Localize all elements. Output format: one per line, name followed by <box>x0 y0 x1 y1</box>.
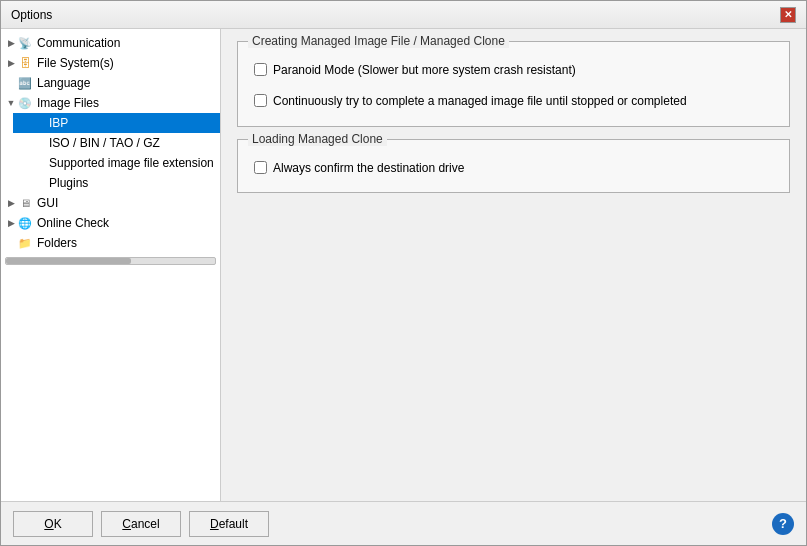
lang-icon: 🔤 <box>17 75 33 91</box>
sidebar-item-folders[interactable]: 📁 Folders <box>1 233 220 253</box>
ok-label-rest: K <box>54 517 62 531</box>
ok-button[interactable]: OK <box>13 511 93 537</box>
default-button[interactable]: Default <box>189 511 269 537</box>
arrow-imagefiles <box>5 98 17 108</box>
main-content: 📡 Communication 🗄 File System(s) 🔤 Langu… <box>1 29 806 501</box>
section2-title: Loading Managed Clone <box>248 132 387 146</box>
section1-content: Paranoid Mode (Slower but more system cr… <box>254 62 773 110</box>
cancel-underline: C <box>122 517 131 531</box>
sidebar-label-language: Language <box>37 76 90 90</box>
ibp-icon <box>29 115 45 131</box>
section-creating-managed: Creating Managed Image File / Managed Cl… <box>237 41 790 127</box>
sidebar-item-supported[interactable]: Supported image file extension <box>13 153 220 173</box>
footer: OK Cancel Default ? <box>1 501 806 545</box>
gui-icon: 🖥 <box>17 195 33 211</box>
sidebar-label-supported: Supported image file extension <box>49 156 214 170</box>
sidebar-item-plugins[interactable]: Plugins <box>13 173 220 193</box>
sidebar-label-onlinecheck: Online Check <box>37 216 109 230</box>
comm-icon: 📡 <box>17 35 33 51</box>
ok-underline: O <box>44 517 53 531</box>
folder-icon: 📁 <box>17 235 33 251</box>
sidebar-label-communication: Communication <box>37 36 120 50</box>
sidebar-label-gui: GUI <box>37 196 58 210</box>
sidebar-scrollbar-h[interactable] <box>5 257 216 265</box>
paranoid-checkbox[interactable] <box>254 63 267 76</box>
title-bar: Options ✕ <box>1 1 806 29</box>
window-title: Options <box>11 8 52 22</box>
continuous-label: Continuously try to complete a managed i… <box>273 93 687 110</box>
sidebar-item-filesystem[interactable]: 🗄 File System(s) <box>1 53 220 73</box>
options-window: Options ✕ 📡 Communication 🗄 File System(… <box>0 0 807 546</box>
sidebar-label-folders: Folders <box>37 236 77 250</box>
paranoid-label: Paranoid Mode (Slower but more system cr… <box>273 62 576 79</box>
arrow-communication <box>5 38 17 48</box>
sidebar-item-ibp[interactable]: IBP <box>13 113 220 133</box>
sidebar: 📡 Communication 🗄 File System(s) 🔤 Langu… <box>1 29 221 501</box>
sidebar-label-plugins: Plugins <box>49 176 88 190</box>
online-icon: 🌐 <box>17 215 33 231</box>
continuous-row: Continuously try to complete a managed i… <box>254 93 773 110</box>
cancel-button[interactable]: Cancel <box>101 511 181 537</box>
sidebar-item-gui[interactable]: 🖥 GUI <box>1 193 220 213</box>
paranoid-row: Paranoid Mode (Slower but more system cr… <box>254 62 773 79</box>
confirm-label: Always confirm the destination drive <box>273 160 464 177</box>
default-underline: D <box>210 517 219 531</box>
sidebar-label-iso: ISO / BIN / TAO / GZ <box>49 136 160 150</box>
arrow-gui <box>5 198 17 208</box>
sidebar-scrollbar-thumb <box>6 258 131 264</box>
arrow-filesystem <box>5 58 17 68</box>
iso-icon <box>29 135 45 151</box>
sidebar-item-language[interactable]: 🔤 Language <box>1 73 220 93</box>
plugins-icon <box>29 175 45 191</box>
help-button[interactable]: ? <box>772 513 794 535</box>
cancel-label-rest: ancel <box>131 517 160 531</box>
supported-icon <box>29 155 45 171</box>
sidebar-item-communication[interactable]: 📡 Communication <box>1 33 220 53</box>
sidebar-label-filesystem: File System(s) <box>37 56 114 70</box>
section-loading-managed: Loading Managed Clone Always confirm the… <box>237 139 790 194</box>
arrow-onlinecheck <box>5 218 17 228</box>
section1-title: Creating Managed Image File / Managed Cl… <box>248 34 509 48</box>
continuous-checkbox[interactable] <box>254 94 267 107</box>
confirm-checkbox[interactable] <box>254 161 267 174</box>
close-button[interactable]: ✕ <box>780 7 796 23</box>
img-icon: 💿 <box>17 95 33 111</box>
sidebar-item-onlinecheck[interactable]: 🌐 Online Check <box>1 213 220 233</box>
confirm-row: Always confirm the destination drive <box>254 160 773 177</box>
section2-content: Always confirm the destination drive <box>254 160 773 177</box>
sidebar-item-iso[interactable]: ISO / BIN / TAO / GZ <box>13 133 220 153</box>
content-spacer <box>237 205 790 489</box>
content-area: Creating Managed Image File / Managed Cl… <box>221 29 806 501</box>
fs-icon: 🗄 <box>17 55 33 71</box>
sidebar-item-imagefiles[interactable]: 💿 Image Files <box>1 93 220 113</box>
sidebar-label-imagefiles: Image Files <box>37 96 99 110</box>
sidebar-label-ibp: IBP <box>49 116 68 130</box>
default-label-rest: efault <box>219 517 248 531</box>
